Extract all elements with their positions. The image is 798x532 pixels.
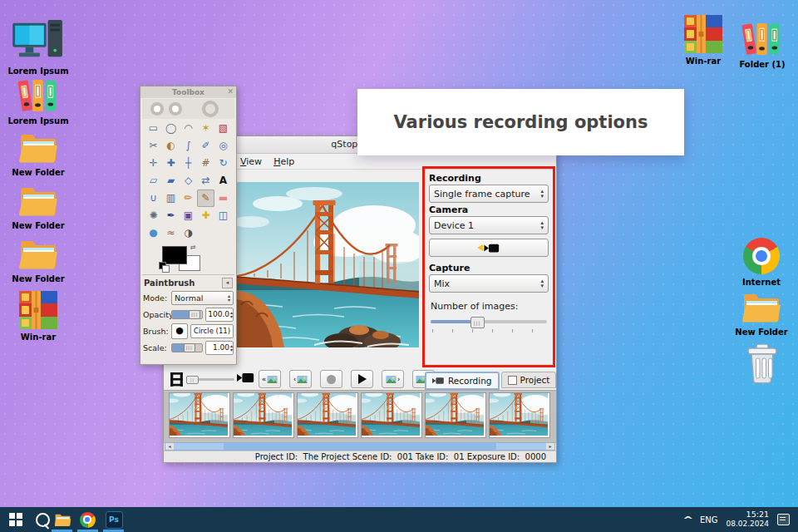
tool-fuzzy-select[interactable]: ✶: [197, 120, 214, 137]
desktop-icon-folder1[interactable]: Folder (1): [729, 22, 796, 69]
capture-mode-select[interactable]: Mix ▴▾: [429, 274, 549, 293]
taskbar-photoshop[interactable]: Ps: [103, 507, 125, 532]
desktop-icon-trash[interactable]: [729, 344, 796, 384]
tool-foreground-select[interactable]: ◐: [162, 137, 180, 155]
tool-pencil[interactable]: ✏: [180, 190, 197, 207]
start-button[interactable]: [3, 507, 28, 532]
slider-handle[interactable]: |||: [184, 343, 195, 352]
brush-preview[interactable]: ●: [171, 323, 188, 339]
desktop-icon-binders[interactable]: Lorem Ipsum: [5, 78, 71, 126]
winrar-icon: [19, 291, 57, 329]
swap-colors-icon[interactable]: ⇄: [190, 244, 196, 251]
desktop-icon-folder-1[interactable]: New Folder: [5, 131, 71, 177]
taskbar-clock[interactable]: 15:21 08.02.2024: [726, 510, 769, 528]
opacity-spinner[interactable]: 100.0 ▴▾: [205, 308, 234, 322]
tool-measure[interactable]: ✛: [145, 155, 162, 172]
menu-help[interactable]: Help: [273, 156, 294, 167]
scale-label: Scale:: [143, 343, 169, 352]
tray-expand-icon[interactable]: ^: [682, 515, 693, 525]
tool-blur-sharpen[interactable]: ●: [145, 224, 162, 242]
tool-align[interactable]: ┼: [180, 155, 197, 172]
brush-name[interactable]: Circle (11): [190, 324, 234, 338]
tool-dodge-burn[interactable]: ◑: [180, 224, 197, 242]
language-indicator[interactable]: ENG: [700, 515, 718, 525]
toolbox-titlebar[interactable]: Toolbox ✕: [140, 86, 236, 98]
tool-move[interactable]: ✚: [162, 155, 180, 172]
opacity-slider[interactable]: |||: [171, 310, 203, 319]
tool-ellipse-select[interactable]: ◯: [162, 120, 180, 137]
tab-recording[interactable]: Recording: [425, 372, 500, 390]
default-colors-icon[interactable]: [159, 262, 166, 269]
desktop-icon-internet[interactable]: Internet: [728, 238, 795, 287]
tool-zoom[interactable]: ◎: [214, 137, 232, 155]
tool-perspective[interactable]: ◇: [180, 172, 197, 190]
desktop-icon-new-folder-right[interactable]: New Folder: [728, 291, 795, 337]
tool-heal[interactable]: ✚: [197, 207, 214, 224]
desktop-icon-computer[interactable]: Lorem Ipsum: [5, 20, 71, 76]
close-icon[interactable]: ✕: [227, 87, 234, 96]
tool-free-select[interactable]: ◠: [180, 120, 197, 137]
tool-smudge[interactable]: ≈: [162, 224, 180, 242]
tool-select-by-color[interactable]: ▧: [214, 120, 232, 137]
toolbox-grid: ▭◯◠✶▧✂◐∫✐◎✛✚┼#↻▱▰◇⇄A∪▥✏✎▬✺✒▣✚◫●≈◑: [145, 120, 232, 242]
desktop-icon-winrar-left[interactable]: Win-rar: [5, 291, 71, 342]
play-button[interactable]: [351, 370, 373, 388]
frame-thumbnail-6[interactable]: [489, 392, 550, 438]
tool-flip[interactable]: ⇄: [197, 172, 214, 190]
frame-thumbnail-5[interactable]: [425, 392, 486, 438]
frame-thumbnail-4[interactable]: [361, 392, 422, 438]
scale-slider[interactable]: |||: [171, 343, 203, 352]
frames-scrollbar[interactable]: ◂ ▸: [165, 442, 555, 451]
tool-scale[interactable]: ▱: [145, 172, 162, 190]
recording-mode-select[interactable]: Single frame capture ▴▾: [429, 185, 549, 203]
tool-paths[interactable]: ∫: [180, 137, 197, 155]
tool-crop[interactable]: #: [197, 155, 214, 172]
taskbar-chrome[interactable]: [76, 507, 98, 532]
desktop-icon-winrar-right[interactable]: Win-rar: [670, 15, 736, 66]
tool-paintbrush[interactable]: ✎: [197, 190, 214, 207]
notification-center-icon[interactable]: [777, 514, 790, 525]
desktop-icon-folder-2[interactable]: New Folder: [5, 185, 71, 230]
slider-handle[interactable]: ||: [186, 376, 199, 384]
desktop-icon-folder-3[interactable]: New Folder: [5, 238, 71, 283]
scrollbar-thumb[interactable]: [224, 443, 496, 450]
frame-thumbnail-2[interactable]: [233, 392, 294, 438]
scroll-right-icon[interactable]: ▸: [546, 443, 554, 450]
tab-project[interactable]: Project: [501, 372, 557, 388]
tool-blend[interactable]: ▥: [162, 190, 180, 207]
mode-select[interactable]: Normal ▴▾: [171, 291, 234, 305]
collapse-options-icon[interactable]: ◂: [222, 278, 233, 288]
number-of-images-slider[interactable]: |||: [431, 317, 547, 327]
tool-shear[interactable]: ▰: [162, 172, 180, 190]
system-tray: ^ ENG 15:21 08.02.2024: [684, 507, 798, 532]
tool-ink[interactable]: ✒: [162, 207, 180, 224]
tool-text[interactable]: A: [214, 172, 232, 190]
camera-device-select[interactable]: Device 1 ▴▾: [429, 216, 549, 234]
tool-scissors-select[interactable]: ✂: [145, 137, 162, 155]
preview-mix-slider[interactable]: ||: [186, 376, 234, 382]
desktop-icon-label: Lorem Ipsum: [7, 116, 68, 126]
tool-perspective-clone[interactable]: ◫: [214, 207, 232, 224]
tool-clone[interactable]: ▣: [180, 207, 197, 224]
previous-frame-button[interactable]: ‹: [289, 370, 312, 388]
tool-rotate[interactable]: ↻: [214, 155, 232, 172]
frame-thumbnail-3[interactable]: [297, 392, 358, 438]
record-button[interactable]: [320, 370, 342, 388]
tool-airbrush[interactable]: ✺: [145, 207, 162, 224]
tool-rectangle-select[interactable]: ▭: [145, 120, 162, 137]
scale-spinner[interactable]: 1.00 ▴▾: [205, 341, 234, 355]
opacity-label: Opacity:: [143, 310, 169, 319]
scroll-left-icon[interactable]: ◂: [165, 443, 174, 450]
tool-color-picker[interactable]: ✐: [197, 137, 214, 155]
first-frame-button[interactable]: «: [259, 370, 281, 388]
slider-handle[interactable]: |||: [470, 317, 485, 328]
frame-thumbnail-1[interactable]: [169, 392, 230, 438]
camera-on-button[interactable]: [429, 239, 549, 257]
tool-eraser[interactable]: ▬: [214, 190, 232, 207]
search-icon: [36, 513, 50, 527]
slider-handle[interactable]: |||: [189, 310, 200, 319]
tool-bucket-fill[interactable]: ∪: [145, 190, 162, 207]
taskbar-file-explorer[interactable]: [52, 507, 73, 532]
next-frame-button[interactable]: ›: [382, 370, 404, 388]
menu-view[interactable]: View: [240, 156, 262, 167]
